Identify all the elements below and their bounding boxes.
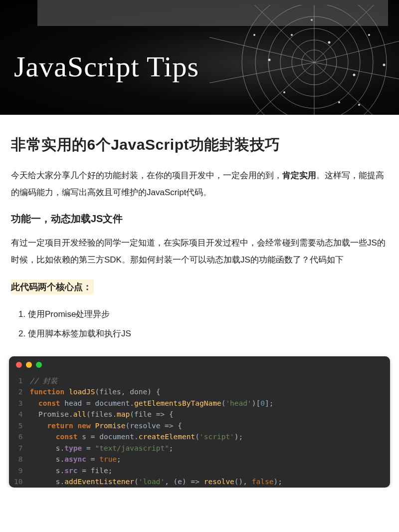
article-heading: 非常实用的6个JavaScript功能封装技巧	[11, 135, 388, 155]
code-window: 12345678910 // 封装function loadJS(files, …	[9, 356, 390, 488]
svg-point-24	[383, 64, 386, 66]
maximize-icon	[36, 362, 42, 368]
code-body: 12345678910 // 封装function loadJS(files, …	[9, 373, 390, 488]
core-points-list: 使用Promise处理异步 使用脚本标签加载和执行JS	[11, 307, 388, 341]
intro-paragraph: 今天给大家分享几个好的功能封装，在你的项目开发中，一定会用的到，肯定实用。这样写…	[11, 167, 388, 201]
window-titlebar	[9, 356, 390, 373]
line-gutter: 12345678910	[9, 375, 29, 488]
close-icon	[16, 362, 22, 368]
svg-point-25	[253, 34, 255, 36]
svg-point-16	[328, 41, 331, 44]
code-lines: // 封装function loadJS(files, done) { cons…	[29, 375, 390, 488]
intro-bold: 肯定实用	[282, 171, 316, 180]
hero-title: JavaScript Tips	[14, 50, 199, 83]
svg-line-7	[209, 62, 314, 85]
svg-point-22	[338, 101, 340, 103]
intro-text-1: 今天给大家分享几个好的功能封装，在你的项目开发中，一定会用的到，	[11, 171, 282, 180]
top-overlay	[37, 0, 388, 26]
article-content: 非常实用的6个JavaScript功能封装技巧 今天给大家分享几个好的功能封装，…	[0, 115, 399, 341]
section1-paragraph: 有过一定项目开发经验的同学一定知道，在实际项目开发过程中，会经常碰到需要动态加载…	[11, 235, 388, 268]
svg-point-26	[358, 104, 360, 106]
highlight-label: 此代码两个核心点：	[11, 279, 94, 294]
svg-point-20	[368, 34, 370, 36]
minimize-icon	[26, 362, 32, 368]
section1-title: 功能一，动态加载JS文件	[11, 212, 388, 226]
list-item: 使用脚本标签加载和执行JS	[28, 327, 388, 341]
svg-point-18	[353, 74, 356, 76]
svg-point-21	[268, 59, 271, 61]
svg-point-17	[291, 34, 293, 36]
list-item: 使用Promise处理异步	[28, 307, 388, 322]
svg-point-19	[283, 91, 285, 93]
svg-line-8	[209, 35, 314, 62]
